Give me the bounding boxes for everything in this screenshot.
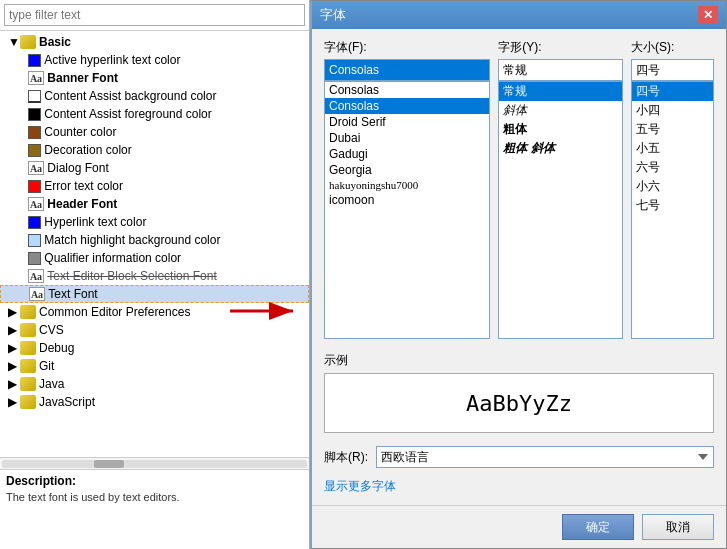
tree-item-qualifier-info[interactable]: Qualifier information color — [0, 249, 309, 267]
list-item[interactable]: 粗体 斜体 — [499, 139, 622, 158]
list-item[interactable]: 小五 — [632, 139, 713, 158]
item-label: Counter color — [44, 125, 116, 139]
tree-item-javascript[interactable]: ▶ JavaScript — [0, 393, 309, 411]
ok-button[interactable]: 确定 — [562, 514, 634, 540]
collapse-arrow-icon: ▶ — [8, 323, 20, 337]
font-size-column: 大小(S): 四号 小四 五号 小五 六号 小六 七号 — [631, 39, 714, 339]
tree-item-counter-color[interactable]: Counter color — [0, 123, 309, 141]
font-style-label: 字形(Y): — [498, 39, 623, 56]
basic-folder-icon — [20, 35, 36, 49]
font-name-label: 字体(F): — [324, 39, 490, 56]
item-label: Decoration color — [44, 143, 131, 157]
more-fonts-link[interactable]: 显示更多字体 — [324, 478, 714, 495]
font-size-label: 大小(S): — [631, 39, 714, 56]
cancel-button[interactable]: 取消 — [642, 514, 714, 540]
search-bar[interactable] — [0, 0, 309, 31]
item-label: Match highlight background color — [44, 233, 220, 247]
color-icon — [28, 216, 41, 229]
tree-item-error-text[interactable]: Error text color — [0, 177, 309, 195]
dialog-close-button[interactable]: ✕ — [698, 6, 718, 24]
list-item[interactable]: 斜体 — [499, 101, 622, 120]
list-item[interactable]: 粗体 — [499, 120, 622, 139]
folder-icon — [20, 305, 36, 319]
list-item[interactable]: Consolas — [325, 82, 489, 98]
color-icon — [28, 108, 41, 121]
dialog-footer: 确定 取消 — [312, 505, 726, 548]
font-style-column: 字形(Y): 常规 斜体 粗体 粗体 斜体 — [498, 39, 623, 339]
basic-label: Basic — [39, 35, 71, 49]
font-dialog: 字体 ✕ 字体(F): Consolas Consolas Droid Seri… — [310, 0, 727, 549]
tree-item-dialog-font[interactable]: Aa Dialog Font — [0, 159, 309, 177]
list-item[interactable]: 常规 — [499, 82, 622, 101]
list-item[interactable]: 六号 — [632, 158, 713, 177]
dialog-title: 字体 — [320, 6, 346, 24]
preview-text: AaBbYyZz — [466, 391, 572, 416]
tree-item-content-assist-fg[interactable]: Content Assist foreground color — [0, 105, 309, 123]
font-size-list[interactable]: 四号 小四 五号 小五 六号 小六 七号 — [631, 81, 714, 339]
item-label: Active hyperlink text color — [44, 53, 180, 67]
list-item[interactable]: icomoon — [325, 192, 489, 208]
preview-box: AaBbYyZz — [324, 373, 714, 433]
font-style-list[interactable]: 常规 斜体 粗体 粗体 斜体 — [498, 81, 623, 339]
item-label: Java — [39, 377, 64, 391]
collapse-arrow-icon: ▶ — [8, 395, 20, 409]
font-name-input[interactable] — [324, 59, 490, 81]
list-item[interactable]: Gadugi — [325, 146, 489, 162]
tree-item-banner-font[interactable]: Aa Banner Font — [0, 69, 309, 87]
horizontal-scrollbar[interactable] — [0, 457, 309, 469]
item-label: Text Editor Block Selection Font — [47, 269, 216, 283]
list-item[interactable]: 四号 — [632, 82, 713, 101]
tree-item-header-font[interactable]: Aa Header Font — [0, 195, 309, 213]
color-icon — [28, 252, 41, 265]
tree-item-debug[interactable]: ▶ Debug — [0, 339, 309, 357]
font-icon: Aa — [28, 197, 44, 211]
scrollbar-thumb — [94, 460, 124, 468]
folder-icon — [20, 323, 36, 337]
folder-icon — [20, 359, 36, 373]
font-icon: Aa — [28, 269, 44, 283]
list-item[interactable]: Dubai — [325, 130, 489, 146]
item-label: Git — [39, 359, 54, 373]
font-name-list[interactable]: Consolas Consolas Droid Serif Dubai Gadu… — [324, 81, 490, 339]
tree-item-hyperlink-color[interactable]: Hyperlink text color — [0, 213, 309, 231]
font-size-input[interactable] — [631, 59, 714, 81]
tree-item-basic[interactable]: ▼ Basic — [0, 33, 309, 51]
color-icon — [28, 90, 41, 103]
arrow-indicator — [225, 296, 305, 326]
tree-item-git[interactable]: ▶ Git — [0, 357, 309, 375]
item-label: Dialog Font — [47, 161, 108, 175]
list-item[interactable]: 小四 — [632, 101, 713, 120]
tree-item-active-hyperlink[interactable]: Active hyperlink text color — [0, 51, 309, 69]
list-item[interactable]: Consolas — [325, 98, 489, 114]
tree-item-java[interactable]: ▶ Java — [0, 375, 309, 393]
description-text: The text font is used by text editors. — [6, 491, 303, 503]
list-item[interactable]: hakuyoningshu7000 — [325, 178, 489, 192]
font-style-input[interactable] — [498, 59, 623, 81]
tree-item-match-highlight[interactable]: Match highlight background color — [0, 231, 309, 249]
list-item[interactable]: 小六 — [632, 177, 713, 196]
list-item[interactable]: 七号 — [632, 196, 713, 215]
list-item[interactable]: Georgia — [325, 162, 489, 178]
item-label: Header Font — [47, 197, 117, 211]
script-label: 脚本(R): — [324, 449, 368, 466]
item-label: Hyperlink text color — [44, 215, 146, 229]
list-item[interactable]: 五号 — [632, 120, 713, 139]
script-select[interactable]: 西欧语言 — [376, 446, 714, 468]
collapse-arrow-icon: ▶ — [8, 377, 20, 391]
dialog-body: 字体(F): Consolas Consolas Droid Serif Dub… — [312, 29, 726, 505]
tree-item-text-editor-block[interactable]: Aa Text Editor Block Selection Font — [0, 267, 309, 285]
item-label: CVS — [39, 323, 64, 337]
tree-item-decoration-color[interactable]: Decoration color — [0, 141, 309, 159]
left-panel: ▼ Basic Active hyperlink text color Aa B… — [0, 0, 310, 549]
item-label: Qualifier information color — [44, 251, 181, 265]
item-label: Content Assist background color — [44, 89, 216, 103]
description-area: Description: The text font is used by te… — [0, 469, 309, 549]
list-item[interactable]: Droid Serif — [325, 114, 489, 130]
item-label: Common Editor Preferences — [39, 305, 190, 319]
color-icon — [28, 180, 41, 193]
font-columns: 字体(F): Consolas Consolas Droid Serif Dub… — [324, 39, 714, 339]
description-title: Description: — [6, 474, 303, 488]
tree-item-content-assist-bg[interactable]: Content Assist background color — [0, 87, 309, 105]
folder-icon — [20, 377, 36, 391]
search-input[interactable] — [4, 4, 305, 26]
